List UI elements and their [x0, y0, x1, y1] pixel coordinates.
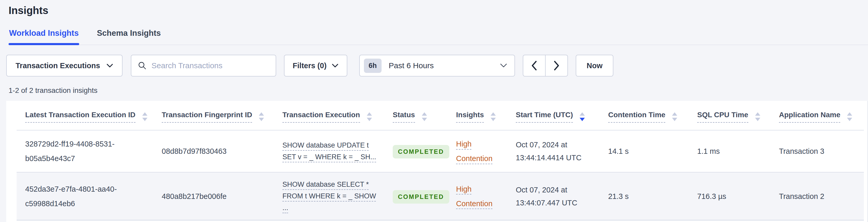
tab-workload-insights[interactable]: Workload Insights — [8, 29, 79, 44]
chevron-down-icon — [332, 64, 339, 68]
chevron-down-icon — [500, 63, 507, 68]
status-badge: COMPLETED — [393, 190, 449, 203]
time-range-select[interactable]: 6h Past 6 Hours — [359, 55, 515, 76]
sql-cpu-time-cell: 1.1 ms — [689, 130, 770, 172]
results-summary: 1-2 of 2 transaction insights — [8, 86, 868, 95]
insights-cell: High Contention — [447, 172, 507, 220]
statement-link[interactable]: FROM t WHERE k = _ SHOW — [282, 192, 376, 200]
contention-time-cell: 14.1 s — [599, 130, 689, 172]
chevron-down-icon — [106, 64, 113, 68]
column-header-status[interactable]: Status — [384, 101, 447, 130]
insights-cell: High Contention — [447, 130, 507, 172]
insights-tab-bar: Workload Insights Schema Insights — [8, 29, 868, 45]
toolbar: Transaction Executions Filters (0) 6h Pa… — [6, 55, 868, 76]
now-button-label: Now — [587, 61, 602, 70]
table-row: 452da3e7-e7fa-4801-aa40-c59988d14eb6 480… — [17, 172, 864, 220]
statement-link[interactable]: SET v = _ WHERE k = _ SH... — [282, 153, 376, 161]
statement-link[interactable]: SHOW database UPDATE t — [282, 141, 369, 149]
execution-id-cell: 328729d2-ff19-4408-8531-b05a5b4e43c7 — [17, 130, 153, 172]
table-header-row: Latest Transaction Execution ID Transact… — [17, 101, 864, 130]
search-input[interactable] — [152, 61, 270, 70]
transaction-execution-cell: SHOW database UPDATE t SET v = _ WHERE k… — [274, 130, 384, 172]
table-row: 328729d2-ff19-4408-8531-b05a5b4e43c7 08d… — [17, 130, 864, 172]
page-title: Insights — [8, 4, 868, 17]
search-icon — [137, 61, 147, 70]
sql-cpu-time-cell: 716.3 µs — [689, 172, 770, 220]
column-header-start-time[interactable]: Start Time (UTC) — [507, 101, 599, 130]
search-box — [131, 55, 276, 76]
next-time-range-button[interactable] — [545, 55, 568, 76]
time-range-badge: 6h — [364, 59, 381, 73]
execution-id-cell: 452da3e7-e7fa-4801-aa40-c59988d14eb6 — [17, 172, 153, 220]
status-cell: COMPLETED — [384, 130, 447, 172]
application-name-cell: Transaction 3 — [770, 130, 864, 172]
sort-icon — [847, 112, 852, 121]
time-range-pager — [523, 55, 568, 76]
contention-time-cell: 21.3 s — [599, 172, 689, 220]
status-badge: COMPLETED — [393, 145, 449, 158]
execution-type-dropdown[interactable]: Transaction Executions — [6, 55, 123, 76]
sort-icon — [259, 112, 264, 121]
statement-link[interactable]: SHOW database SELECT * — [282, 181, 369, 188]
column-header-contention-time[interactable]: Contention Time — [599, 101, 689, 130]
status-cell: COMPLETED — [384, 172, 447, 220]
filters-button-label: Filters (0) — [293, 61, 327, 70]
start-time-cell: Oct 07, 2024 at 13:44:14.4414 UTC — [507, 130, 599, 172]
fingerprint-id-cell: 480a8b217be006fe — [153, 172, 274, 220]
sort-icon — [142, 112, 148, 121]
sort-icon — [755, 112, 760, 121]
sort-icon-descending-active — [580, 112, 585, 121]
chevron-left-icon — [531, 61, 537, 70]
column-header-insights[interactable]: Insights — [447, 101, 507, 130]
insights-table-card: Latest Transaction Execution ID Transact… — [6, 101, 868, 222]
column-header-transaction-fingerprint-id[interactable]: Transaction Fingerprint ID — [153, 101, 274, 130]
now-button[interactable]: Now — [576, 55, 613, 76]
time-range-label: Past 6 Hours — [389, 61, 434, 70]
transaction-insights-table: Latest Transaction Execution ID Transact… — [17, 101, 864, 220]
filters-button[interactable]: Filters (0) — [284, 55, 347, 76]
column-header-transaction-execution[interactable]: Transaction Execution — [274, 101, 384, 130]
start-time-cell: Oct 07, 2024 at 13:44:07.447 UTC — [507, 172, 599, 220]
statement-link[interactable]: ... — [282, 204, 288, 212]
high-contention-link[interactable]: High Contention — [456, 140, 492, 163]
execution-type-dropdown-label: Transaction Executions — [16, 61, 100, 70]
fingerprint-id-cell: 08d8b7d97f830463 — [153, 130, 274, 172]
column-header-application-name[interactable]: Application Name — [770, 101, 864, 130]
sort-icon — [422, 112, 427, 121]
previous-time-range-button[interactable] — [523, 55, 546, 76]
tab-schema-insights[interactable]: Schema Insights — [96, 29, 161, 44]
column-header-latest-transaction-execution-id[interactable]: Latest Transaction Execution ID — [17, 101, 153, 130]
transaction-execution-cell: SHOW database SELECT * FROM t WHERE k = … — [274, 172, 384, 220]
sort-icon — [491, 112, 496, 121]
application-name-cell: Transaction 2 — [770, 172, 864, 220]
high-contention-link[interactable]: High Contention — [456, 185, 492, 208]
column-header-sql-cpu-time[interactable]: SQL CPU Time — [689, 101, 770, 130]
sort-icon — [367, 112, 372, 121]
chevron-right-icon — [553, 61, 560, 70]
sort-icon — [672, 112, 677, 121]
